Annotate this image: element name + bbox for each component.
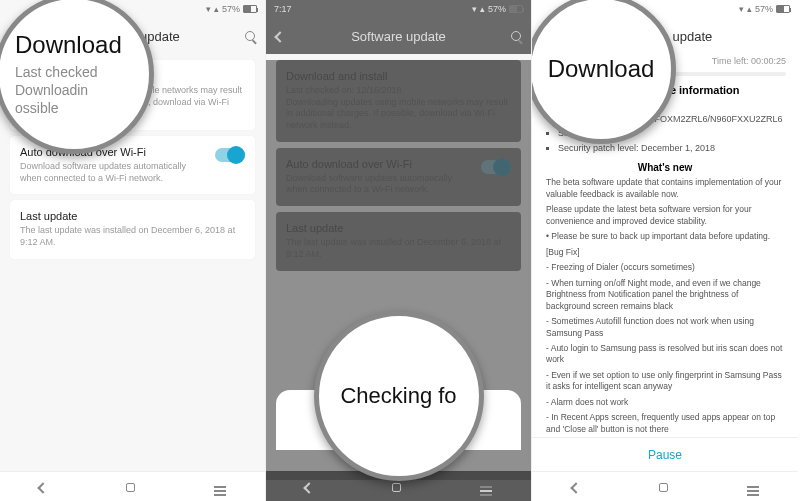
nav-recents-icon[interactable]	[214, 479, 226, 495]
battery-pct: 57%	[488, 4, 506, 14]
back-icon[interactable]	[276, 27, 290, 45]
nav-bar	[532, 471, 798, 501]
magnifier-lens: Download Last checked Downloadin ossible	[0, 0, 154, 154]
item-heading: Last update	[20, 210, 245, 222]
bugfix-line: - Freezing of Dialer (occurs sometimes)	[546, 262, 784, 273]
nav-recents-icon[interactable]	[480, 479, 492, 495]
nav-back-icon[interactable]	[572, 479, 580, 495]
bugfix-line: - Alarm does not work	[546, 397, 784, 408]
status-time: 7:17	[274, 4, 292, 14]
lens-title: Download	[15, 31, 149, 59]
list-item: Security patch level: December 1, 2018	[558, 142, 780, 155]
bugfix-line: - In Recent Apps screen, frequently used…	[546, 412, 784, 435]
search-icon[interactable]	[507, 27, 521, 45]
lens-text: Checking fo	[340, 383, 456, 409]
nav-recents-icon[interactable]	[747, 479, 759, 495]
bugfix-line: - When turning on/off Night mode, and ev…	[546, 278, 784, 312]
battery-icon	[509, 5, 523, 13]
screenshot-3: ▾ ▴ 57% Software update Time left: 00:00…	[532, 0, 798, 501]
battery-icon	[243, 5, 257, 13]
lens-line: Last checked	[15, 64, 98, 80]
bugfix-line: - Sometimes Autofill function does not w…	[546, 316, 784, 339]
whatsnew-line: Please update the latest beta software v…	[546, 204, 784, 227]
whatsnew-body: The beta software update that contains i…	[532, 177, 798, 477]
title-bar: Software update	[266, 18, 531, 54]
battery-pct: 57%	[222, 4, 240, 14]
screenshot-1: ▾ ▴ 57% Software update Download and ins…	[0, 0, 266, 501]
nav-home-icon[interactable]	[126, 479, 135, 495]
bugfix-line: - Auto login to Samsung pass is resolved…	[546, 343, 784, 366]
page-title: Software update	[290, 29, 507, 44]
bugfix-line: - Even if we set option to use only fing…	[546, 370, 784, 393]
battery-icon	[776, 5, 790, 13]
item-subtext: The last update was installed on Decembe…	[20, 225, 245, 248]
bugfix-header: [Bug Fix]	[546, 247, 784, 258]
signal-icon: ▾ ▴	[472, 4, 485, 14]
screenshot-2: 7:17 ▾ ▴ 57% Software update Download an…	[266, 0, 532, 501]
auto-download-toggle[interactable]	[215, 148, 245, 162]
signal-icon: ▾ ▴	[206, 4, 219, 14]
signal-icon: ▾ ▴	[739, 4, 752, 14]
whatsnew-line: • Please be sure to back up important da…	[546, 231, 784, 242]
magnifier-lens: Checking fo	[314, 311, 484, 481]
whatsnew-line: The beta software update that contains i…	[546, 177, 784, 200]
search-icon[interactable]	[241, 27, 255, 45]
whatsnew-header: What's new	[532, 162, 798, 173]
lens-title: Download	[548, 55, 655, 83]
last-update-item[interactable]: Last update The last update was installe…	[10, 200, 255, 258]
nav-back-icon[interactable]	[39, 479, 47, 495]
battery-pct: 57%	[755, 4, 773, 14]
lens-line: ossible	[15, 100, 59, 116]
pause-button[interactable]: Pause	[532, 437, 798, 471]
lens-line: Downloadin	[15, 82, 88, 98]
nav-back-icon[interactable]	[305, 479, 313, 495]
nav-home-icon[interactable]	[659, 479, 668, 495]
item-subtext: Download software updates automatically …	[20, 161, 245, 184]
status-bar: 7:17 ▾ ▴ 57%	[266, 0, 531, 18]
nav-bar	[0, 471, 265, 501]
